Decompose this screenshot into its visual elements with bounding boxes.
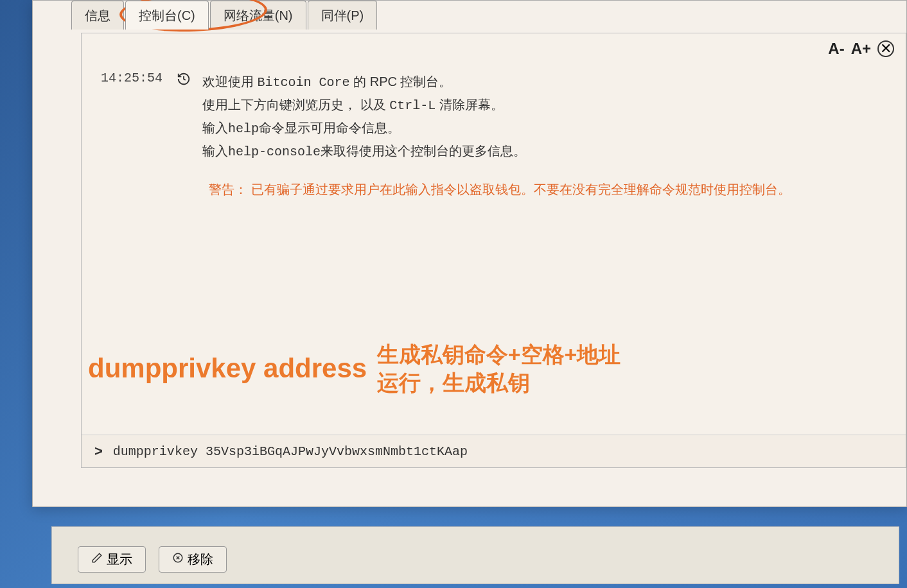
welcome-text: 使用上下方向键浏览历史， 以及 (202, 98, 389, 112)
welcome-text: 的 RPC 控制台。 (350, 74, 452, 89)
bottom-buttons: 显示 移除 (52, 527, 899, 573)
bottom-panel: 显示 移除 (51, 526, 899, 584)
welcome-text: 清除屏幕。 (436, 98, 504, 112)
welcome-code: help (228, 121, 259, 136)
desktop-background: 信息 控制台(C) 网络流量(N) 同伴(P) A- A+ ✕ 14:25:54 (0, 0, 907, 588)
annotation-command: dumpprivkey address (88, 353, 367, 384)
welcome-code: help-console (228, 144, 321, 159)
console-warning: 警告： 已有骗子通过要求用户在此输入指令以盗取钱包。不要在没有完全理解命令规范时… (209, 181, 886, 198)
welcome-text: 命令显示可用命令信息。 (259, 121, 400, 135)
welcome-text: 输入 (202, 144, 228, 158)
console-output: 14:25:54 欢迎使用 Bitcoin Core 的 RPC 控制台。 使用… (82, 58, 906, 435)
tab-info[interactable]: 信息 (71, 1, 124, 30)
history-icon (177, 71, 191, 89)
annotation-desc-1: 生成私钥命令+空格+地址 (377, 342, 621, 367)
welcome-code: Ctrl-L (389, 98, 436, 113)
console-panel: A- A+ ✕ 14:25:54 欢迎使用 Bitcoin Core 的 RPC… (81, 33, 906, 468)
show-button[interactable]: 显示 (78, 546, 146, 573)
remove-button-label: 移除 (188, 551, 213, 568)
tabs-row: 信息 控制台(C) 网络流量(N) 同伴(P) (71, 1, 907, 30)
debug-window: 信息 控制台(C) 网络流量(N) 同伴(P) A- A+ ✕ 14:25:54 (32, 0, 907, 507)
prompt-icon: > (94, 443, 103, 460)
remove-button[interactable]: 移除 (159, 546, 227, 573)
console-input-row: > (82, 435, 906, 467)
clear-console-button[interactable]: ✕ (877, 40, 894, 57)
log-row: 14:25:54 欢迎使用 Bitcoin Core 的 RPC 控制台。 使用… (101, 71, 886, 163)
log-timestamp: 14:25:54 (101, 71, 165, 85)
tab-network[interactable]: 网络流量(N) (210, 1, 306, 30)
welcome-code: Bitcoin Core (258, 75, 350, 90)
annotation-desc-2: 运行，生成私钥 (377, 370, 530, 395)
pencil-icon (91, 552, 103, 567)
tab-console[interactable]: 控制台(C) (125, 1, 209, 30)
welcome-text: 欢迎使用 (202, 74, 258, 89)
console-toolbar: A- A+ ✕ (82, 33, 906, 58)
annotation-overlay: dumpprivkey address 生成私钥命令+空格+地址 运行，生成私钥 (88, 340, 621, 397)
welcome-text: 输入 (202, 121, 228, 135)
tab-peers[interactable]: 同伴(P) (308, 1, 378, 30)
console-input[interactable] (112, 444, 893, 460)
x-circle-icon (172, 552, 184, 567)
log-text: 欢迎使用 Bitcoin Core 的 RPC 控制台。 使用上下方向键浏览历史… (202, 71, 886, 163)
show-button-label: 显示 (107, 551, 132, 568)
font-decrease-button[interactable]: A- (828, 40, 844, 58)
welcome-text: 来取得使用这个控制台的更多信息。 (321, 144, 526, 158)
font-increase-button[interactable]: A+ (851, 40, 871, 58)
